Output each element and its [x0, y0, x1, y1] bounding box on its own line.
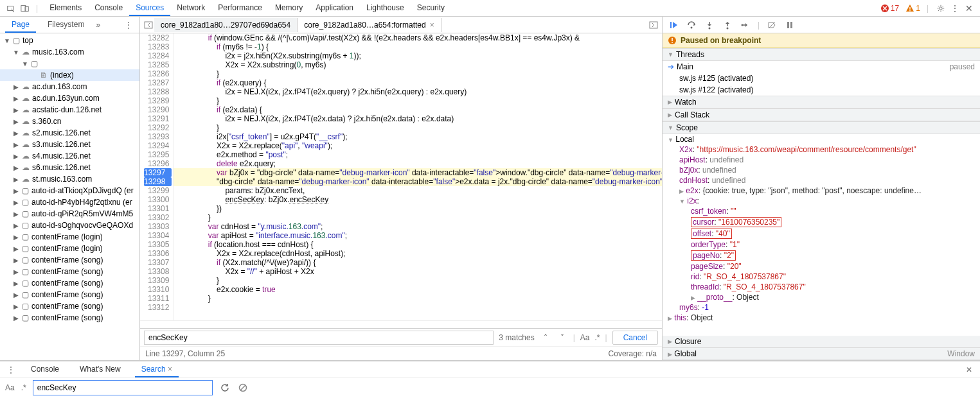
clear-search-icon[interactable]: [237, 382, 249, 394]
find-input[interactable]: [144, 331, 494, 345]
line-number[interactable]: 13303: [144, 222, 169, 231]
line-number[interactable]: 13283: [144, 42, 169, 51]
code-line[interactable]: }): [174, 204, 662, 213]
scope-entry[interactable]: bZj0x: undefined: [663, 165, 980, 175]
tree-item[interactable]: ▶▢contentFrame (song): [0, 254, 139, 266]
scope-entry[interactable]: ▶ this: Object: [663, 313, 980, 323]
line-number[interactable]: 13290: [144, 105, 169, 114]
line-number[interactable]: 13312: [144, 303, 169, 312]
scope-entry[interactable]: ▶ __proto__: Object: [663, 292, 980, 302]
tree-item[interactable]: ▶☁s.360.cn: [0, 116, 139, 127]
line-number[interactable]: 13302: [144, 213, 169, 222]
tree-item[interactable]: ▶☁ac.dun.163yun.com: [0, 92, 139, 104]
line-number[interactable]: 13311: [144, 294, 169, 303]
match-case-toggle[interactable]: Aa: [580, 333, 590, 342]
deactivate-bp-icon[interactable]: [766, 19, 778, 31]
overflow-icon[interactable]: »: [96, 21, 100, 30]
scope-entry[interactable]: cdnHost: undefined: [663, 175, 980, 186]
line-number[interactable]: 13282: [144, 33, 169, 42]
step-into-icon[interactable]: [704, 19, 715, 31]
scope-entry[interactable]: csrf_token: "": [663, 206, 980, 216]
find-next-icon[interactable]: ˅: [557, 332, 568, 343]
scope-entry[interactable]: cursor: "1610076350235": [663, 216, 980, 228]
top-tab-console[interactable]: Console: [88, 1, 129, 16]
line-number[interactable]: 13295: [144, 150, 169, 159]
filesystem-tab[interactable]: Filesystem: [41, 17, 91, 33]
code-line[interactable]: }: [174, 123, 662, 132]
line-number[interactable]: 13298: [144, 177, 172, 186]
inspect-icon[interactable]: [5, 3, 17, 14]
watch-section[interactable]: ▶Watch: [663, 96, 980, 108]
regex-toggle[interactable]: .*: [595, 333, 600, 342]
line-number[interactable]: 13294: [144, 141, 169, 150]
line-number[interactable]: 13307: [144, 258, 169, 267]
top-tab-elements[interactable]: Elements: [43, 1, 88, 16]
scope-entry[interactable]: my6s: -1: [663, 302, 980, 313]
code-line[interactable]: }: [174, 96, 662, 105]
search-regex[interactable]: .*: [21, 383, 26, 392]
tree-item[interactable]: 🗎(index): [0, 69, 139, 81]
step-out-icon[interactable]: [722, 19, 733, 31]
search-match-case[interactable]: Aa: [5, 383, 15, 392]
code-line[interactable]: var apiHost = "interface.music.163.com";: [174, 231, 662, 240]
more-options-icon[interactable]: ⋮: [123, 19, 134, 31]
thread-row[interactable]: ➔Mainpaused: [663, 61, 980, 73]
line-number[interactable]: 13305: [144, 240, 169, 249]
line-number[interactable]: 13297: [144, 168, 172, 177]
code-line[interactable]: e2x.method = "post";: [174, 150, 662, 159]
scope-tree[interactable]: ▼ Local X2x: "https://music.163.com/weap…: [663, 134, 980, 336]
line-number[interactable]: 13309: [144, 276, 169, 285]
close-tab-icon[interactable]: ×: [430, 21, 434, 30]
file-tab[interactable]: core_9182ad1a80…a654:formatted×: [298, 18, 441, 32]
code-line[interactable]: e2x.cookie = true: [174, 285, 662, 294]
line-number[interactable]: 13308: [144, 267, 169, 276]
drawer-tab-search[interactable]: Search ×: [135, 362, 179, 377]
code-line[interactable]: }: [174, 276, 662, 285]
tree-item[interactable]: ▶▢contentFrame (song): [0, 289, 139, 300]
code-editor[interactable]: 1328213283132841328513286132871328813289…: [140, 33, 662, 320]
line-number[interactable]: 13285: [144, 60, 169, 69]
step-over-icon[interactable]: [686, 19, 697, 31]
tree-item[interactable]: ▼☁music.163.com: [0, 46, 139, 58]
code-line[interactable]: if (e2x.data) {: [174, 105, 662, 114]
settings-icon[interactable]: [935, 3, 947, 14]
line-number[interactable]: 13292: [144, 123, 169, 132]
scope-entry[interactable]: rid: "R_SO_4_1807537867": [663, 272, 980, 282]
line-number[interactable]: 13286: [144, 69, 169, 78]
warning-count[interactable]: 1: [905, 4, 920, 13]
refresh-search-icon[interactable]: [219, 382, 231, 394]
line-number[interactable]: 13306: [144, 249, 169, 258]
tree-item[interactable]: ▶▢contentFrame (login): [0, 231, 139, 243]
code-line[interactable]: }: [174, 69, 662, 78]
code-line[interactable]: if (my6s != -1) {: [174, 42, 662, 51]
error-count[interactable]: 17: [880, 4, 899, 13]
line-number[interactable]: 13289: [144, 96, 169, 105]
more-icon[interactable]: ⋮: [949, 3, 961, 14]
search-input[interactable]: [33, 380, 213, 395]
tree-item[interactable]: ▶☁s3.music.126.net: [0, 139, 139, 150]
code-line[interactable]: i2x = NEJ.X(i2x, j2x.fP4T(e2x.data) ? j2…: [174, 114, 662, 123]
tree-item[interactable]: ▶▢contentFrame (login): [0, 243, 139, 254]
scope-entry[interactable]: offset: "40": [663, 228, 980, 239]
line-number[interactable]: 13293: [144, 132, 169, 141]
tree-item[interactable]: ▶▢auto-id-sOghqvocvGeQAOXd: [0, 220, 139, 231]
tree-item[interactable]: ▶▢contentFrame (song): [0, 300, 139, 312]
tree-item[interactable]: ▶☁s2.music.126.net: [0, 127, 139, 139]
line-number[interactable]: 13288: [144, 87, 169, 96]
line-number[interactable]: 13299: [144, 186, 169, 195]
close-devtools-icon[interactable]: ✕: [963, 3, 975, 14]
code-line[interactable]: i2x["csrf_token"] = u2x.gP4T("__csrf");: [174, 132, 662, 141]
scope-entry[interactable]: ▼ i2x:: [663, 196, 980, 206]
code-line[interactable]: }: [174, 213, 662, 222]
file-tree[interactable]: ▼▢top▼☁music.163.com▼▢🗎(index)▶☁ac.dun.1…: [0, 33, 139, 354]
code-line[interactable]: if (e2x.query) {: [174, 78, 662, 87]
top-tab-application[interactable]: Application: [309, 1, 360, 16]
page-tab[interactable]: Page: [5, 17, 36, 33]
tree-item[interactable]: ▶▢contentFrame (song): [0, 277, 139, 289]
resume-icon[interactable]: [668, 19, 679, 31]
tree-item[interactable]: ▶☁s4.music.126.net: [0, 150, 139, 162]
thread-row[interactable]: sw.js #125 (activated): [663, 73, 980, 84]
global-section[interactable]: ▶ GlobalWindow: [663, 348, 980, 360]
scope-entry[interactable]: apiHost: undefined: [663, 155, 980, 165]
tree-item[interactable]: ▶☁s6.music.126.net: [0, 162, 139, 173]
